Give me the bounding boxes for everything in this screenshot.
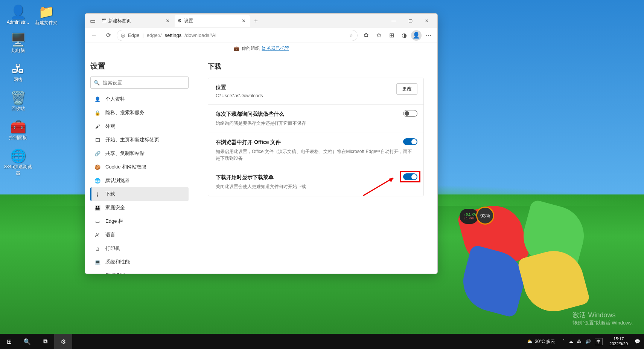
nav-privacy[interactable]: 🔒隐私、搜索和服务 bbox=[90, 106, 189, 119]
change-location-button[interactable]: 更改 bbox=[396, 83, 417, 95]
profile-button[interactable]: 👤 bbox=[411, 30, 422, 41]
downloads-card: 位置 C:\Users\ns\Downloads 更改 每次下载都询问我该做些什… bbox=[208, 78, 424, 196]
tab-strip: ▭ 🗔 新建标签页 ✕ ⚙ 设置 ✕ ＋ ― ▢ ✕ bbox=[85, 14, 437, 28]
edge-icon: ◎ bbox=[121, 32, 125, 38]
nav-label: 隐私、搜索和服务 bbox=[105, 109, 145, 116]
toggle-office[interactable] bbox=[403, 138, 417, 145]
desktop-icon-2345[interactable]: 🌐2345加速浏览器 bbox=[4, 148, 32, 176]
icon-label: 新建文件夹 bbox=[35, 20, 58, 26]
nav-family[interactable]: 👪家庭安全 bbox=[90, 201, 189, 214]
nav-printers[interactable]: 🖨打印机 bbox=[90, 242, 189, 255]
minimize-button[interactable]: ― bbox=[385, 15, 402, 27]
nav-reset[interactable]: ↺重置设置 bbox=[90, 269, 189, 274]
extensions-icon[interactable]: ✿ bbox=[360, 29, 372, 41]
page-heading: 下载 bbox=[208, 62, 424, 71]
nav-language[interactable]: Aᵗ语言 bbox=[90, 228, 189, 242]
tab-label: 设置 bbox=[184, 18, 193, 24]
nav-label: Edge 栏 bbox=[105, 218, 123, 225]
edge-browser-window: ▭ 🗔 新建标签页 ✕ ⚙ 设置 ✕ ＋ ― ▢ ✕ ← → ⟳ ◎ Edge … bbox=[85, 13, 438, 274]
url-scheme: edge:// bbox=[147, 32, 162, 38]
close-icon[interactable]: ✕ bbox=[240, 17, 247, 24]
desktop-icon-recycle[interactable]: 🗑️回收站 bbox=[4, 90, 32, 112]
toggle-showmenu[interactable] bbox=[403, 173, 417, 180]
nav-cookies[interactable]: 🍪Cookie 和网站权限 bbox=[90, 160, 189, 174]
back-button[interactable]: ← bbox=[88, 29, 100, 41]
address-bar[interactable]: ◎ Edge | edge://settings/downloads#All ☆ bbox=[117, 30, 358, 41]
nav-label: 默认浏览器 bbox=[105, 177, 130, 184]
desktop-icons: 👤Administr... 🖥️此电脑 🖧网络 🗑️回收站 🧰控制面板 🌐234… bbox=[4, 4, 32, 176]
download-path: C:\Users\ns\Downloads bbox=[216, 93, 416, 98]
control-icon: 🧰 bbox=[10, 119, 26, 135]
tab-actions-button[interactable]: ▭ bbox=[87, 15, 98, 26]
battery-percent: 93% bbox=[480, 213, 490, 219]
refresh-button[interactable]: ⟳ bbox=[102, 29, 114, 41]
clock[interactable]: 15:17 2022/9/29 bbox=[606, 337, 631, 346]
nav-share[interactable]: 🔗共享、复制和粘贴 bbox=[90, 147, 189, 160]
search-button[interactable]: 🔍 bbox=[18, 334, 36, 349]
network-icon[interactable]: 🖧 bbox=[577, 339, 582, 344]
toggle-ask[interactable] bbox=[403, 110, 417, 117]
nav-edgebar[interactable]: ▭Edge 栏 bbox=[90, 214, 189, 228]
managed-text: 你的组织 bbox=[242, 45, 260, 52]
managed-link[interactable]: 浏览器已托管 bbox=[262, 45, 289, 52]
network-speed-widget[interactable]: ↑ 0.1 K/s ↓ 1 K/s bbox=[460, 209, 478, 224]
menu-button[interactable]: ⋯ bbox=[422, 29, 434, 41]
url-prefix: Edge bbox=[128, 32, 139, 38]
network-icon: 🖧 bbox=[10, 61, 26, 77]
maximize-button[interactable]: ▢ bbox=[402, 15, 419, 27]
browser-essentials-icon[interactable]: ◑ bbox=[398, 29, 410, 41]
favorites-icon[interactable]: ✩ bbox=[373, 29, 385, 41]
tab-settings[interactable]: ⚙ 设置 ✕ bbox=[175, 15, 250, 27]
tab-newtab[interactable]: 🗔 新建标签页 ✕ bbox=[99, 15, 174, 27]
close-icon[interactable]: ✕ bbox=[164, 17, 171, 24]
collections-icon[interactable]: ⊞ bbox=[385, 29, 397, 41]
url-path: /downloads#All bbox=[184, 32, 217, 38]
ie-icon: 🌐 bbox=[10, 148, 26, 164]
notifications-icon[interactable]: 💬 bbox=[635, 339, 640, 344]
nav-label: 家庭安全 bbox=[105, 204, 125, 211]
download-icon: ⭳ bbox=[94, 191, 101, 197]
nav-profile[interactable]: 👤个人资料 bbox=[90, 92, 189, 106]
icon-label: 控制面板 bbox=[9, 135, 27, 141]
favorite-icon[interactable]: ☆ bbox=[349, 32, 353, 38]
settings-search[interactable]: 🔍 bbox=[90, 77, 189, 89]
desktop-icon-control[interactable]: 🧰控制面板 bbox=[4, 119, 32, 141]
tray-chevron-icon[interactable]: ˄ bbox=[563, 339, 565, 344]
desktop-icon-network[interactable]: 🖧网络 bbox=[4, 61, 32, 83]
row-ask: 每次下载都询问我该做些什么 始终询问我是要保存文件还是打开它而不保存 bbox=[208, 105, 423, 133]
close-button[interactable]: ✕ bbox=[419, 15, 435, 27]
desktop-icon-thispc[interactable]: 🖥️此电脑 bbox=[4, 32, 32, 54]
row-title: 下载开始时显示下载菜单 bbox=[216, 174, 416, 181]
desktop-icon-admin[interactable]: 👤Administr... bbox=[4, 4, 32, 25]
nav-start[interactable]: 🗔开始、主页和新建标签页 bbox=[90, 133, 189, 147]
profile-icon: 👤 bbox=[94, 96, 101, 102]
nav-downloads[interactable]: ⭳下载 bbox=[90, 187, 189, 201]
nav-label: 打印机 bbox=[105, 245, 120, 252]
ime-indicator[interactable]: 中 bbox=[595, 338, 603, 345]
nav-label: 下载 bbox=[105, 191, 115, 197]
weather-widget[interactable]: ⛅ 30°C 多云 bbox=[523, 338, 559, 345]
sidebar-icon: ▭ bbox=[94, 219, 101, 224]
settings-sidebar: 设置 🔍 👤个人资料 🔒隐私、搜索和服务 🖌外观 🗔开始、主页和新建标签页 🔗共… bbox=[85, 54, 194, 274]
new-tab-button[interactable]: ＋ bbox=[251, 15, 261, 26]
onedrive-icon[interactable]: ☁ bbox=[569, 339, 573, 344]
desktop-icon-newfolder[interactable]: 📁新建文件夹 bbox=[32, 4, 60, 26]
user-icon: 👤 bbox=[10, 4, 26, 20]
system-icon: 💻 bbox=[94, 259, 101, 265]
settings-taskbar-button[interactable]: ⚙ bbox=[54, 334, 72, 349]
browser-toolbar: ← → ⟳ ◎ Edge | edge://settings/downloads… bbox=[85, 28, 437, 43]
start-button[interactable]: ⊞ bbox=[0, 334, 18, 349]
separator: | bbox=[142, 32, 143, 38]
battery-widget[interactable]: 93% bbox=[476, 207, 494, 225]
nav-default[interactable]: 🌐默认浏览器 bbox=[90, 174, 189, 187]
search-icon: 🔍 bbox=[94, 80, 100, 86]
nav-label: 个人资料 bbox=[105, 96, 125, 103]
paint-icon: 🖌 bbox=[94, 124, 101, 129]
search-input[interactable] bbox=[103, 80, 185, 86]
nav-appearance[interactable]: 🖌外观 bbox=[90, 119, 189, 133]
watermark-line2: 转到"设置"以激活 Windows。 bbox=[572, 320, 636, 326]
nav-system[interactable]: 💻系统和性能 bbox=[90, 255, 189, 269]
taskview-button[interactable]: ⧉ bbox=[36, 334, 54, 349]
volume-icon[interactable]: 🔊 bbox=[585, 339, 591, 344]
tab-label: 新建标签页 bbox=[108, 18, 131, 24]
